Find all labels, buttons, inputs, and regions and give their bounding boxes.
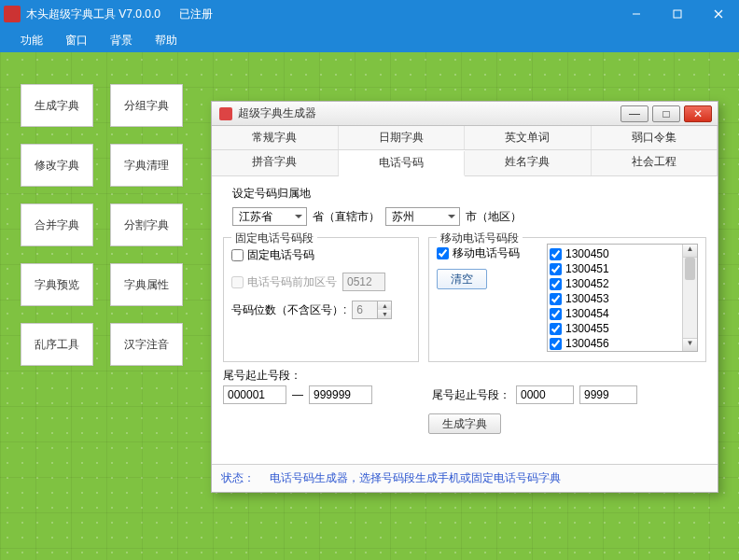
side-btn-preview[interactable]: 字典预览 bbox=[21, 263, 93, 306]
close-icon bbox=[714, 9, 723, 19]
tab-pinyin[interactable]: 拼音字典 bbox=[212, 150, 339, 175]
mobile-legend: 移动电话号码段 bbox=[437, 231, 523, 246]
mid-row: 固定电话号码段 固定电话号码 电话号码前加区号 0512 bbox=[223, 237, 706, 362]
tab-english[interactable]: 英文单词 bbox=[465, 126, 592, 149]
scroll-up-icon[interactable]: ▲ bbox=[683, 245, 697, 258]
list-item[interactable]: 1300451 bbox=[550, 261, 695, 276]
tab-weak[interactable]: 弱口令集 bbox=[592, 126, 718, 149]
close-button[interactable] bbox=[698, 0, 739, 28]
fixed-checkbox-label: 固定电话号码 bbox=[247, 247, 314, 263]
side-btn-generate[interactable]: 生成字典 bbox=[21, 84, 93, 127]
list-item[interactable]: 1300452 bbox=[550, 276, 695, 291]
side-btn-shuffle[interactable]: 乱序工具 bbox=[21, 323, 93, 366]
digits-value[interactable]: 6 bbox=[352, 301, 378, 319]
digits-spinner[interactable]: 6 ▲▼ bbox=[352, 301, 392, 319]
city-value: 苏州 bbox=[392, 209, 414, 225]
province-suffix: 省（直辖市） bbox=[313, 209, 380, 225]
tail-fixed-from[interactable]: 000001 bbox=[223, 385, 286, 404]
areacode-checkbox-input[interactable] bbox=[231, 276, 244, 288]
clear-button[interactable]: 清空 bbox=[437, 269, 487, 289]
list-item[interactable]: 1300450 bbox=[550, 246, 695, 261]
menu-background[interactable]: 背景 bbox=[99, 29, 144, 52]
minimize-icon: — bbox=[629, 107, 640, 120]
tail-mobile-to[interactable]: 9999 bbox=[579, 385, 637, 404]
tail-mobile-label: 尾号起止号段： bbox=[432, 387, 510, 403]
mobile-prefix-items: 1300450 1300451 1300452 1300453 1300454 … bbox=[548, 245, 697, 352]
tab-regular[interactable]: 常规字典 bbox=[212, 126, 339, 149]
mobile-checkbox-input[interactable] bbox=[437, 247, 449, 259]
generate-button-label: 生成字典 bbox=[442, 416, 487, 432]
locality-label: 设定号码归属地 bbox=[232, 186, 706, 202]
menubar: 功能 窗口 背景 帮助 bbox=[0, 28, 739, 52]
side-btn-merge[interactable]: 合并字典 bbox=[21, 203, 93, 246]
tab-names[interactable]: 姓名字典 bbox=[465, 150, 592, 175]
side-btn-group[interactable]: 分组字典 bbox=[110, 84, 183, 127]
minimize-icon bbox=[632, 9, 641, 19]
close-icon: ✕ bbox=[693, 107, 703, 120]
child-maximize-button[interactable]: □ bbox=[652, 105, 680, 122]
status-message: 电话号码生成器，选择号码段生成手机或固定电话号码字典 bbox=[270, 470, 561, 486]
list-item[interactable]: 1300456 bbox=[550, 336, 695, 351]
scroll-thumb[interactable] bbox=[685, 258, 695, 280]
status-bar: 状态： 电话号码生成器，选择号码段生成手机或固定电话号码字典 bbox=[212, 464, 718, 492]
menu-functions[interactable]: 功能 bbox=[9, 29, 54, 52]
generate-button[interactable]: 生成字典 bbox=[428, 413, 501, 434]
city-select[interactable]: 苏州 bbox=[385, 207, 460, 226]
app-icon bbox=[4, 6, 21, 22]
app-title: 木头超级字典工具 V7.0.0.0 bbox=[26, 7, 160, 22]
province-select[interactable]: 江苏省 bbox=[232, 207, 307, 226]
locality-row: 江苏省 省（直辖市） 苏州 市（地区） bbox=[232, 207, 706, 226]
side-btn-modify[interactable]: 修改字典 bbox=[21, 144, 93, 187]
clear-button-label: 清空 bbox=[451, 272, 473, 287]
child-title: 超级字典生成器 bbox=[238, 105, 617, 121]
fixed-checkbox[interactable]: 固定电话号码 bbox=[231, 247, 411, 263]
tail-mobile-from[interactable]: 0000 bbox=[516, 385, 574, 404]
tail-row: 尾号起止号段： 000001 — 999999 尾号起止号段： 0000 999… bbox=[223, 368, 706, 404]
areacode-checkbox-label: 电话号码前加区号 bbox=[247, 274, 337, 290]
tail-fixed: 尾号起止号段： 000001 — 999999 bbox=[223, 368, 419, 404]
tab-social[interactable]: 社会工程 bbox=[592, 150, 718, 175]
fixed-legend: 固定电话号码段 bbox=[231, 231, 317, 246]
province-value: 江苏省 bbox=[239, 209, 272, 225]
main-titlebar: 木头超级字典工具 V7.0.0.0 已注册 bbox=[0, 0, 739, 28]
child-minimize-button[interactable]: — bbox=[620, 105, 648, 122]
tab-date[interactable]: 日期字典 bbox=[339, 126, 466, 149]
mobile-prefix-list[interactable]: 1300450 1300451 1300452 1300453 1300454 … bbox=[547, 244, 698, 352]
mobile-checkbox-label: 移动电话号码 bbox=[453, 245, 520, 261]
tabs: 常规字典 日期字典 英文单词 弱口令集 拼音字典 电话号码 姓名字典 社会工程 bbox=[212, 126, 718, 176]
menu-window[interactable]: 窗口 bbox=[54, 29, 99, 52]
areacode-checkbox[interactable]: 电话号码前加区号 bbox=[231, 274, 337, 290]
child-window: 超级字典生成器 — □ ✕ 常规字典 日期字典 英文单词 弱口令集 拼音字典 电… bbox=[211, 101, 718, 493]
maximize-icon: □ bbox=[662, 107, 669, 120]
mobile-group: 移动电话号码段 移动电话号码 清空 1300450 1300451 130045… bbox=[428, 237, 706, 362]
fixed-checkbox-input[interactable] bbox=[231, 249, 244, 261]
minimize-button[interactable] bbox=[616, 0, 657, 28]
workspace: 生成字典 分组字典 修改字典 字典清理 合并字典 分割字典 字典预览 字典属性 … bbox=[0, 52, 739, 560]
scroll-down-icon[interactable]: ▼ bbox=[683, 338, 697, 351]
spinner-down-icon[interactable]: ▼ bbox=[378, 310, 391, 318]
side-btn-split[interactable]: 分割字典 bbox=[110, 203, 183, 246]
spinner-up-icon[interactable]: ▲ bbox=[378, 301, 391, 310]
menu-help[interactable]: 帮助 bbox=[144, 29, 188, 52]
tab-body: 设定号码归属地 江苏省 省（直辖市） 苏州 市（地区） 固定电话号码段 固定电话… bbox=[212, 176, 718, 464]
tab-row-1: 常规字典 日期字典 英文单词 弱口令集 bbox=[212, 126, 718, 150]
tab-phone[interactable]: 电话号码 bbox=[339, 151, 466, 176]
maximize-button[interactable] bbox=[657, 0, 698, 28]
locality-section: 设定号码归属地 江苏省 省（直辖市） 苏州 市（地区） bbox=[223, 184, 706, 231]
child-close-button[interactable]: ✕ bbox=[684, 105, 712, 122]
list-item[interactable]: 1300455 bbox=[550, 321, 695, 336]
scrollbar[interactable]: ▲ ▼ bbox=[682, 245, 697, 351]
tail-fixed-to[interactable]: 999999 bbox=[309, 385, 372, 404]
child-titlebar[interactable]: 超级字典生成器 — □ ✕ bbox=[212, 102, 718, 126]
registered-label: 已注册 bbox=[179, 7, 213, 22]
areacode-field[interactable]: 0512 bbox=[342, 273, 385, 291]
generate-row: 生成字典 bbox=[223, 410, 706, 436]
mobile-checkbox[interactable]: 移动电话号码 bbox=[437, 245, 520, 261]
tail-mobile: 尾号起止号段： 0000 9999 bbox=[432, 385, 706, 404]
side-btn-clean[interactable]: 字典清理 bbox=[110, 144, 183, 187]
tab-row-2: 拼音字典 电话号码 姓名字典 社会工程 bbox=[212, 150, 718, 176]
side-btn-props[interactable]: 字典属性 bbox=[110, 263, 183, 306]
side-btn-pinyin[interactable]: 汉字注音 bbox=[110, 323, 183, 366]
list-item[interactable]: 1300454 bbox=[550, 306, 695, 321]
list-item[interactable]: 1300453 bbox=[550, 291, 695, 306]
